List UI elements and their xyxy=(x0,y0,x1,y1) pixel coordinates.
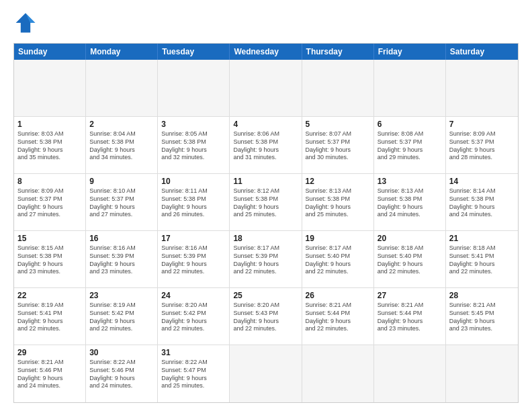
day-number: 22 xyxy=(17,290,82,301)
calendar-day-empty xyxy=(86,60,158,116)
day-info: Sunrise: 8:09 AM Sunset: 5:37 PM Dayligh… xyxy=(17,187,82,219)
calendar: SundayMondayTuesdayWednesdayThursdayFrid… xyxy=(13,43,519,403)
calendar-day-6: 6Sunrise: 8:08 AM Sunset: 5:37 PM Daylig… xyxy=(374,117,446,173)
day-number: 13 xyxy=(378,176,442,187)
header-day-thursday: Thursday xyxy=(302,44,374,60)
calendar-week-6: 29Sunrise: 8:21 AM Sunset: 5:46 PM Dayli… xyxy=(14,345,518,402)
day-number: 20 xyxy=(378,233,442,244)
logo xyxy=(13,11,42,35)
calendar-day-25: 25Sunrise: 8:20 AM Sunset: 5:43 PM Dayli… xyxy=(230,288,302,345)
day-info: Sunrise: 8:13 AM Sunset: 5:38 PM Dayligh… xyxy=(378,187,442,219)
day-info: Sunrise: 8:16 AM Sunset: 5:39 PM Dayligh… xyxy=(161,244,226,276)
day-number: 27 xyxy=(378,290,442,301)
calendar-day-empty xyxy=(374,60,446,116)
calendar-day-22: 22Sunrise: 8:19 AM Sunset: 5:41 PM Dayli… xyxy=(14,288,86,345)
day-info: Sunrise: 8:14 AM Sunset: 5:38 PM Dayligh… xyxy=(449,187,515,219)
day-info: Sunrise: 8:21 AM Sunset: 5:44 PM Dayligh… xyxy=(306,302,370,333)
header-day-friday: Friday xyxy=(374,44,446,60)
calendar-day-empty xyxy=(230,60,302,116)
calendar-day-19: 19Sunrise: 8:17 AM Sunset: 5:40 PM Dayli… xyxy=(302,231,374,287)
calendar-week-1 xyxy=(14,60,518,117)
calendar-day-2: 2Sunrise: 8:04 AM Sunset: 5:38 PM Daylig… xyxy=(86,117,158,173)
day-info: Sunrise: 8:07 AM Sunset: 5:37 PM Dayligh… xyxy=(306,130,370,162)
day-info: Sunrise: 8:12 AM Sunset: 5:38 PM Dayligh… xyxy=(233,187,298,219)
calendar-day-26: 26Sunrise: 8:21 AM Sunset: 5:44 PM Dayli… xyxy=(302,288,374,345)
calendar-day-16: 16Sunrise: 8:16 AM Sunset: 5:39 PM Dayli… xyxy=(86,231,158,287)
day-info: Sunrise: 8:16 AM Sunset: 5:39 PM Dayligh… xyxy=(89,244,154,276)
day-info: Sunrise: 8:10 AM Sunset: 5:37 PM Dayligh… xyxy=(89,187,154,219)
day-number: 28 xyxy=(449,290,515,301)
day-info: Sunrise: 8:20 AM Sunset: 5:43 PM Dayligh… xyxy=(233,302,298,333)
calendar-day-23: 23Sunrise: 8:19 AM Sunset: 5:42 PM Dayli… xyxy=(86,288,158,345)
day-number: 2 xyxy=(89,119,154,130)
calendar-week-5: 22Sunrise: 8:19 AM Sunset: 5:41 PM Dayli… xyxy=(14,288,518,345)
day-number: 6 xyxy=(378,119,442,130)
calendar-day-5: 5Sunrise: 8:07 AM Sunset: 5:37 PM Daylig… xyxy=(302,117,374,173)
calendar-day-4: 4Sunrise: 8:06 AM Sunset: 5:38 PM Daylig… xyxy=(230,117,302,173)
day-number: 30 xyxy=(89,347,154,358)
calendar-day-18: 18Sunrise: 8:17 AM Sunset: 5:39 PM Dayli… xyxy=(230,231,302,287)
day-number: 10 xyxy=(161,176,226,187)
day-number: 7 xyxy=(449,119,515,130)
day-info: Sunrise: 8:19 AM Sunset: 5:41 PM Dayligh… xyxy=(17,302,82,333)
day-number: 16 xyxy=(89,233,154,244)
day-info: Sunrise: 8:13 AM Sunset: 5:38 PM Dayligh… xyxy=(306,187,370,219)
day-number: 3 xyxy=(161,119,226,130)
day-info: Sunrise: 8:19 AM Sunset: 5:42 PM Dayligh… xyxy=(89,302,154,333)
calendar-day-13: 13Sunrise: 8:13 AM Sunset: 5:38 PM Dayli… xyxy=(374,174,446,230)
day-number: 18 xyxy=(233,233,298,244)
day-number: 25 xyxy=(233,290,298,301)
day-number: 29 xyxy=(17,347,82,358)
day-info: Sunrise: 8:11 AM Sunset: 5:38 PM Dayligh… xyxy=(161,187,226,219)
day-info: Sunrise: 8:22 AM Sunset: 5:47 PM Dayligh… xyxy=(161,359,226,390)
day-number: 19 xyxy=(306,233,370,244)
day-info: Sunrise: 8:22 AM Sunset: 5:46 PM Dayligh… xyxy=(89,359,154,390)
header-day-tuesday: Tuesday xyxy=(158,44,230,60)
header-day-wednesday: Wednesday xyxy=(230,44,302,60)
header-day-sunday: Sunday xyxy=(14,44,86,60)
calendar-day-empty xyxy=(446,60,518,116)
calendar-week-3: 8Sunrise: 8:09 AM Sunset: 5:37 PM Daylig… xyxy=(14,174,518,231)
calendar-day-28: 28Sunrise: 8:21 AM Sunset: 5:45 PM Dayli… xyxy=(446,288,518,345)
calendar-day-21: 21Sunrise: 8:18 AM Sunset: 5:41 PM Dayli… xyxy=(446,231,518,287)
day-info: Sunrise: 8:04 AM Sunset: 5:38 PM Dayligh… xyxy=(89,130,154,162)
calendar-day-17: 17Sunrise: 8:16 AM Sunset: 5:39 PM Dayli… xyxy=(158,231,230,287)
day-info: Sunrise: 8:06 AM Sunset: 5:38 PM Dayligh… xyxy=(233,130,298,162)
day-number: 15 xyxy=(17,233,82,244)
calendar-day-empty xyxy=(374,345,446,402)
calendar-day-9: 9Sunrise: 8:10 AM Sunset: 5:37 PM Daylig… xyxy=(86,174,158,230)
day-info: Sunrise: 8:08 AM Sunset: 5:37 PM Dayligh… xyxy=(378,130,442,162)
day-info: Sunrise: 8:18 AM Sunset: 5:40 PM Dayligh… xyxy=(378,244,442,276)
day-info: Sunrise: 8:09 AM Sunset: 5:37 PM Dayligh… xyxy=(449,130,515,162)
calendar-day-14: 14Sunrise: 8:14 AM Sunset: 5:38 PM Dayli… xyxy=(446,174,518,230)
day-info: Sunrise: 8:18 AM Sunset: 5:41 PM Dayligh… xyxy=(449,244,515,276)
calendar-day-12: 12Sunrise: 8:13 AM Sunset: 5:38 PM Dayli… xyxy=(302,174,374,230)
day-number: 8 xyxy=(17,176,82,187)
day-info: Sunrise: 8:15 AM Sunset: 5:38 PM Dayligh… xyxy=(17,244,82,276)
calendar-day-empty xyxy=(230,345,302,402)
calendar-day-24: 24Sunrise: 8:20 AM Sunset: 5:42 PM Dayli… xyxy=(158,288,230,345)
day-info: Sunrise: 8:21 AM Sunset: 5:44 PM Dayligh… xyxy=(378,302,442,333)
day-number: 24 xyxy=(161,290,226,301)
calendar-day-8: 8Sunrise: 8:09 AM Sunset: 5:37 PM Daylig… xyxy=(14,174,86,230)
day-info: Sunrise: 8:20 AM Sunset: 5:42 PM Dayligh… xyxy=(161,302,226,333)
day-number: 9 xyxy=(89,176,154,187)
day-number: 23 xyxy=(89,290,154,301)
calendar-day-7: 7Sunrise: 8:09 AM Sunset: 5:37 PM Daylig… xyxy=(446,117,518,173)
logo-icon xyxy=(13,11,38,35)
calendar-day-30: 30Sunrise: 8:22 AM Sunset: 5:46 PM Dayli… xyxy=(86,345,158,402)
day-info: Sunrise: 8:05 AM Sunset: 5:38 PM Dayligh… xyxy=(161,130,226,162)
day-number: 1 xyxy=(17,119,82,130)
calendar-day-27: 27Sunrise: 8:21 AM Sunset: 5:44 PM Dayli… xyxy=(374,288,446,345)
calendar-day-empty xyxy=(446,345,518,402)
calendar-day-11: 11Sunrise: 8:12 AM Sunset: 5:38 PM Dayli… xyxy=(230,174,302,230)
calendar-week-2: 1Sunrise: 8:03 AM Sunset: 5:38 PM Daylig… xyxy=(14,117,518,174)
day-info: Sunrise: 8:17 AM Sunset: 5:39 PM Dayligh… xyxy=(233,244,298,276)
day-number: 11 xyxy=(233,176,298,187)
calendar-day-empty xyxy=(302,60,374,116)
calendar-day-empty xyxy=(302,345,374,402)
day-number: 4 xyxy=(233,119,298,130)
calendar-day-10: 10Sunrise: 8:11 AM Sunset: 5:38 PM Dayli… xyxy=(158,174,230,230)
calendar-header: SundayMondayTuesdayWednesdayThursdayFrid… xyxy=(14,44,518,60)
day-number: 5 xyxy=(306,119,370,130)
